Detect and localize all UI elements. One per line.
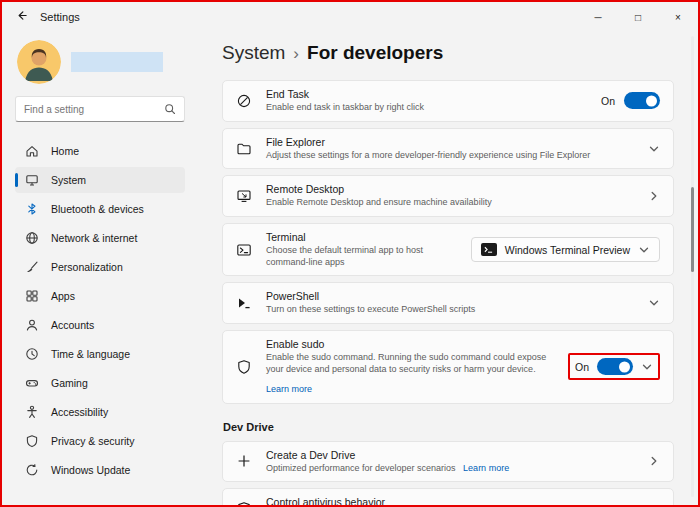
sidebar-item-windows-update[interactable]: Windows Update [15, 457, 185, 483]
sidebar-item-label: Personalization [51, 261, 123, 273]
plus-icon [236, 453, 252, 469]
back-button[interactable] [2, 2, 40, 32]
card-file-explorer[interactable]: File Explorer Adjust these settings for … [222, 128, 674, 170]
paintbrush-icon [25, 260, 39, 274]
control-antivirus-title: Control antivirus behavior [266, 496, 636, 507]
sidebar-item-network-internet[interactable]: Network & internet [15, 225, 185, 251]
end-task-title: End Task [266, 88, 589, 100]
remote-desktop-title: Remote Desktop [266, 183, 636, 195]
end-task-toggle-label: On [601, 95, 615, 107]
terminal-description: Choose the default terminal app to host … [266, 245, 459, 268]
apps-grid-icon [25, 289, 39, 303]
person-icon [25, 318, 39, 332]
sidebar-item-gaming[interactable]: Gaming [15, 370, 185, 396]
minimize-button[interactable]: ─ [578, 2, 618, 32]
chevron-down-icon [638, 244, 650, 256]
end-task-icon [236, 93, 252, 109]
search-input[interactable] [24, 104, 164, 115]
chevron-right-icon[interactable] [648, 190, 660, 202]
card-control-antivirus[interactable]: Control antivirus behavior Control Micro… [222, 488, 674, 507]
terminal-title: Terminal [266, 231, 459, 243]
terminal-app-dropdown[interactable]: Windows Terminal Preview [471, 237, 660, 262]
sidebar-item-accessibility[interactable]: Accessibility [15, 399, 185, 425]
create-dev-drive-description: Optimized performance for developer scen… [266, 463, 456, 473]
sidebar-item-label: Gaming [51, 377, 88, 389]
enable-sudo-description: Enable the sudo command. Running the sud… [266, 352, 556, 375]
end-task-toggle[interactable] [624, 92, 660, 109]
card-create-dev-drive[interactable]: Create a Dev Drive Optimized performance… [222, 441, 674, 483]
close-button[interactable]: × [658, 2, 698, 32]
globe-icon [25, 231, 39, 245]
user-profile[interactable] [17, 40, 185, 84]
dev-drive-section-title: Dev Drive [223, 421, 674, 433]
powershell-icon [236, 295, 252, 311]
chevron-right-icon[interactable] [648, 455, 660, 467]
sidebar-item-label: Privacy & security [51, 435, 134, 447]
shield-icon [25, 434, 39, 448]
terminal-icon [236, 242, 252, 258]
breadcrumb: System › For developers [222, 42, 678, 64]
sidebar: Home System Bluetooth & devices Network … [2, 32, 198, 505]
enable-sudo-title: Enable sudo [266, 338, 556, 350]
card-remote-desktop[interactable]: Remote Desktop Enable Remote Desktop and… [222, 175, 674, 217]
external-link-icon[interactable] [648, 503, 660, 507]
sidebar-item-label: Network & internet [51, 232, 137, 244]
card-end-task: End Task Enable end task in taskbar by r… [222, 80, 674, 122]
home-icon [25, 144, 39, 158]
highlight-red-box: On [568, 353, 660, 380]
sidebar-item-privacy-security[interactable]: Privacy & security [15, 428, 185, 454]
window-title: Settings [40, 11, 80, 23]
powershell-title: PowerShell [266, 290, 636, 302]
update-refresh-icon [25, 463, 39, 477]
end-task-description: Enable end task in taskbar by right clic… [266, 102, 589, 114]
settings-window: Settings ─ □ × Home [0, 0, 700, 507]
enable-sudo-toggle-label: On [575, 361, 589, 373]
file-explorer-description: Adjust these settings for a more develop… [266, 150, 636, 162]
search-box[interactable] [15, 96, 185, 122]
system-icon [25, 173, 39, 187]
back-arrow-icon [15, 8, 28, 26]
bluetooth-icon [25, 202, 39, 216]
breadcrumb-separator: › [293, 44, 299, 64]
folder-icon [236, 141, 252, 157]
sidebar-item-label: Home [51, 145, 79, 157]
page-title: For developers [307, 42, 443, 64]
sidebar-item-apps[interactable]: Apps [15, 283, 185, 309]
enable-sudo-toggle[interactable] [597, 358, 633, 375]
remote-desktop-icon [236, 188, 252, 204]
file-explorer-title: File Explorer [266, 136, 636, 148]
windows-terminal-icon [481, 243, 497, 256]
enable-sudo-learn-more-link[interactable]: Learn more [266, 384, 312, 394]
sidebar-item-bluetooth-devices[interactable]: Bluetooth & devices [15, 196, 185, 222]
sidebar-item-time-language[interactable]: Time & language [15, 341, 185, 367]
sidebar-item-label: Accessibility [51, 406, 108, 418]
sidebar-item-label: System [51, 174, 86, 186]
gamepad-icon [25, 376, 39, 390]
sidebar-item-personalization[interactable]: Personalization [15, 254, 185, 280]
sidebar-item-accounts[interactable]: Accounts [15, 312, 185, 338]
clock-icon [25, 347, 39, 361]
accessibility-icon [25, 405, 39, 419]
settings-list: End Task Enable end task in taskbar by r… [222, 80, 674, 507]
remote-desktop-description: Enable Remote Desktop and ensure machine… [266, 197, 636, 209]
scrollbar-thumb[interactable] [691, 187, 694, 272]
create-dev-drive-title: Create a Dev Drive [266, 449, 636, 461]
card-powershell[interactable]: PowerShell Turn on these settings to exe… [222, 282, 674, 324]
chevron-down-icon[interactable] [648, 297, 660, 309]
chevron-down-icon[interactable] [648, 143, 660, 155]
sidebar-nav: Home System Bluetooth & devices Network … [15, 138, 185, 483]
maximize-button[interactable]: □ [618, 2, 658, 32]
breadcrumb-system[interactable]: System [222, 42, 285, 64]
chevron-down-icon[interactable] [641, 361, 653, 373]
avatar [17, 40, 61, 84]
sidebar-item-label: Bluetooth & devices [51, 203, 144, 215]
create-dev-drive-learn-more-link[interactable]: Learn more [463, 463, 509, 473]
sidebar-item-label: Time & language [51, 348, 130, 360]
sudo-shield-icon [236, 359, 252, 375]
sidebar-item-label: Accounts [51, 319, 94, 331]
sidebar-item-home[interactable]: Home [15, 138, 185, 164]
terminal-dropdown-value: Windows Terminal Preview [505, 244, 630, 256]
card-terminal: Terminal Choose the default terminal app… [222, 223, 674, 276]
sidebar-item-system[interactable]: System [15, 167, 185, 193]
search-icon [164, 103, 176, 115]
